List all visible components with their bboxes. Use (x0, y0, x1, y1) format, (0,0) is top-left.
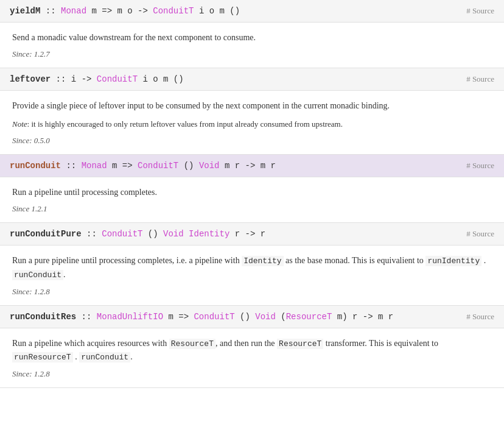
sig-name: leftover (10, 74, 51, 84)
sig-name: yieldM (10, 6, 40, 16)
entry-sig-runConduit: runConduit :: Monad m => ConduitT () Voi… (10, 161, 276, 171)
entry-header-runConduit: runConduit :: Monad m => ConduitT () Voi… (0, 155, 504, 177)
code-identity: Identity (242, 256, 283, 266)
code-runidentity: runIdentity (425, 256, 481, 266)
code-resourcet: ResourceT (169, 339, 215, 349)
entry-body-runConduitRes: Run a pipeline which acquires resources … (0, 328, 504, 388)
code-runconduit: runConduit (12, 270, 63, 280)
source-link-runConduit[interactable]: # Source (466, 161, 494, 171)
source-link-leftover[interactable]: # Source (466, 74, 494, 84)
entry-sig-runConduitPure: runConduitPure :: ConduitT () Void Ident… (10, 229, 265, 239)
entry-since-runConduit: Since 1.2.1 (12, 204, 492, 214)
entry-runConduitPure: runConduitPure :: ConduitT () Void Ident… (0, 223, 504, 306)
entry-header-yieldM: yieldM :: Monad m => m o -> ConduitT i o… (0, 0, 504, 23)
source-link-runConduitPure[interactable]: # Source (466, 229, 494, 239)
entry-leftover: leftover :: i -> ConduitT i o m () # Sou… (0, 68, 504, 154)
source-link-runConduitRes[interactable]: # Source (466, 312, 494, 322)
entry-header-runConduitRes: runConduitRes :: MonadUnliftIO m => Cond… (0, 306, 504, 328)
entry-description-runConduitRes: Run a pipeline which acquires resources … (12, 337, 492, 365)
entry-since-runConduitPure: Since: 1.2.8 (12, 287, 492, 297)
entry-header-leftover: leftover :: i -> ConduitT i o m () # Sou… (0, 68, 504, 91)
source-link-yieldM[interactable]: # Source (466, 6, 494, 16)
entry-runConduit: runConduit :: Monad m => ConduitT () Voi… (0, 155, 504, 223)
entry-body-runConduit: Run a pipeline until processing complete… (0, 177, 504, 222)
entry-body-runConduitPure: Run a pure pipeline until processing com… (0, 246, 504, 305)
code-resourcet2: ResourceT (277, 339, 323, 349)
entry-body-yieldM: Send a monadic value downstream for the … (0, 23, 504, 68)
entry-description-leftover: Provide a single piece of leftover input… (12, 99, 492, 113)
entry-description-runConduitPure: Run a pure pipeline until processing com… (12, 254, 492, 282)
entry-since-runConduitRes: Since: 1.2.8 (12, 369, 492, 379)
entry-description-runConduit: Run a pipeline until processing complete… (12, 186, 492, 199)
entry-runConduitRes: runConduitRes :: MonadUnliftIO m => Cond… (0, 306, 504, 389)
entry-sig-yieldM: yieldM :: Monad m => m o -> ConduitT i o… (10, 6, 240, 16)
entry-since-yieldM: Since: 1.2.7 (12, 49, 492, 59)
entry-header-runConduitPure: runConduitPure :: ConduitT () Void Ident… (0, 223, 504, 246)
code-runresourcet: runResourceT (12, 352, 73, 362)
entry-sig-runConduitRes: runConduitRes :: MonadUnliftIO m => Cond… (10, 312, 393, 322)
entry-note-leftover: Note: it is highly encouraged to only re… (12, 118, 492, 131)
entry-description-yieldM: Send a monadic value downstream for the … (12, 31, 492, 44)
sig-name: runConduitRes (10, 312, 76, 322)
code-runconduit2: runConduit (79, 352, 130, 362)
entry-sig-leftover: leftover :: i -> ConduitT i o m () (10, 74, 184, 84)
entry-yieldM: yieldM :: Monad m => m o -> ConduitT i o… (0, 0, 504, 68)
sig-name: runConduitPure (10, 229, 82, 239)
sig-name: runConduit (10, 161, 61, 171)
entry-since-leftover: Since: 0.5.0 (12, 136, 492, 146)
entry-body-leftover: Provide a single piece of leftover input… (0, 91, 504, 154)
